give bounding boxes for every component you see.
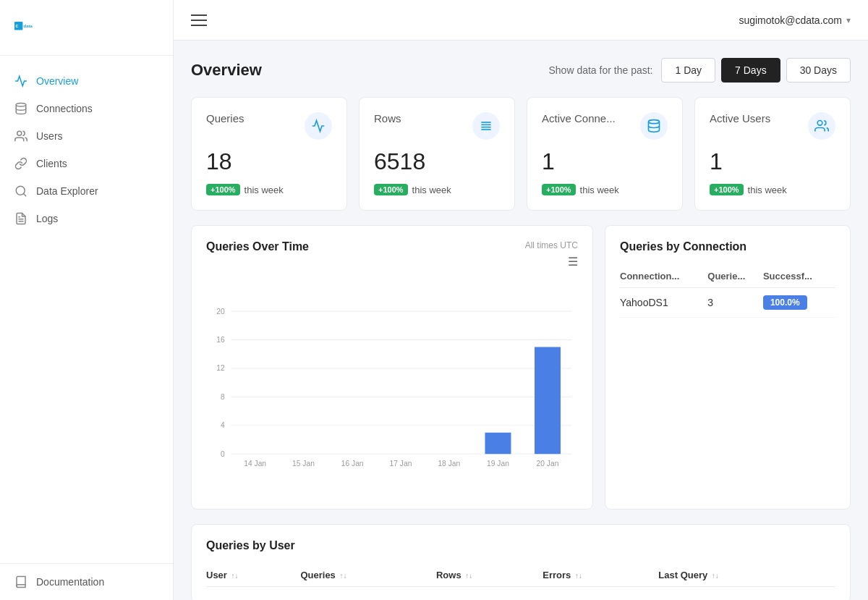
sidebar-item-users[interactable]: Users <box>0 122 173 150</box>
date-btn-30days[interactable]: 30 Days <box>786 58 851 83</box>
sidebar-item-logs[interactable]: Logs <box>0 205 173 232</box>
stat-card-rows: Rows 6518 +100% this week <box>359 97 515 211</box>
sidebar-item-connections[interactable]: Connections <box>0 95 173 122</box>
sort-icon-queries: ↑↓ <box>339 572 346 580</box>
svg-text:c: c <box>16 23 19 28</box>
user-col-lastquery: Last Query ↑↓ <box>658 564 835 587</box>
date-btn-7days[interactable]: 7 Days <box>721 58 780 83</box>
hamburger-line-2 <box>191 20 207 21</box>
stat-rows-label: this week <box>412 185 451 195</box>
overview-header: Overview Show data for the past: 1 Day 7… <box>191 58 851 83</box>
stat-queries-icon <box>305 112 332 140</box>
sidebar: c data Overview Connections <box>0 0 174 600</box>
bottom-section: Queries Over Time All times UTC ☰ <box>191 225 851 510</box>
svg-text:4: 4 <box>221 421 225 429</box>
stat-rows-icon <box>472 112 500 140</box>
user-section-title: Queries by User <box>206 539 835 552</box>
svg-text:data: data <box>24 24 33 28</box>
chart-menu-icon[interactable]: ☰ <box>568 255 578 269</box>
sidebar-item-data-explorer-label: Data Explorer <box>36 185 98 197</box>
svg-point-13 <box>649 120 660 124</box>
hamburger-line-1 <box>191 14 207 16</box>
documentation-link[interactable]: Documentation <box>14 575 158 588</box>
user-table: User ↑↓ Queries ↑↓ Rows ↑↓ Errors <box>206 564 835 587</box>
hamburger-menu[interactable] <box>191 14 207 26</box>
svg-line-6 <box>23 193 25 195</box>
svg-text:0: 0 <box>221 450 225 458</box>
database-icon <box>14 102 27 115</box>
sidebar-item-users-label: Users <box>36 130 63 142</box>
stat-conn-change: +100% this week <box>542 184 668 195</box>
chart-header: Queries Over Time All times UTC ☰ <box>206 240 578 269</box>
sidebar-item-data-explorer[interactable]: Data Explorer <box>0 177 173 205</box>
main-content: sugimotok@cdata.com ▾ Overview Show data… <box>174 0 868 600</box>
svg-point-14 <box>817 121 822 126</box>
user-menu-chevron: ▾ <box>846 15 851 25</box>
svg-text:20: 20 <box>216 308 225 316</box>
svg-text:8: 8 <box>221 393 225 401</box>
page-content: Overview Show data for the past: 1 Day 7… <box>174 41 868 600</box>
date-filter-label: Show data for the past: <box>549 64 653 76</box>
stat-conn-title: Active Conne... <box>542 112 616 124</box>
chart-svg: 0 4 8 12 16 20 <box>206 277 578 494</box>
connection-row: YahooDS1 3 100.0% <box>620 288 835 318</box>
sidebar-item-clients[interactable]: Clients <box>0 150 173 177</box>
stat-users-title: Active Users <box>710 112 770 124</box>
search-icon <box>14 185 27 198</box>
sidebar-nav: Overview Connections <box>0 56 173 563</box>
sort-icon-user: ↑↓ <box>231 572 239 580</box>
stat-card-users: Active Users 1 +100% this week <box>694 97 851 211</box>
user-col-rows: Rows ↑↓ <box>436 564 542 587</box>
file-icon <box>14 212 27 225</box>
stat-card-queries: Queries 18 +100% this week <box>191 97 347 211</box>
stat-cards: Queries 18 +100% this week Rows <box>191 97 851 211</box>
svg-text:12: 12 <box>216 364 225 372</box>
stat-conn-badge: +100% <box>542 184 576 195</box>
col-success: Successf... <box>763 265 835 288</box>
bar-19jan <box>485 433 511 455</box>
sidebar-item-overview[interactable]: Overview <box>0 67 173 95</box>
stat-rows-change: +100% this week <box>374 184 500 195</box>
stat-queries-label: this week <box>244 185 284 195</box>
stat-users-icon <box>808 112 835 140</box>
stat-conn-label: this week <box>580 185 619 195</box>
sidebar-footer[interactable]: Documentation <box>0 563 173 600</box>
user-email: sugimotok@cdata.com <box>739 14 842 26</box>
sort-icon-lastquery: ↑↓ <box>712 572 719 580</box>
stat-users-change: +100% this week <box>710 184 835 195</box>
col-queries: Querie... <box>707 265 763 288</box>
user-col-user: User ↑↓ <box>206 564 300 587</box>
logo-area: c data <box>0 0 173 56</box>
sidebar-item-logs-label: Logs <box>36 213 58 224</box>
bar-20jan <box>535 347 561 454</box>
stat-rows-badge: +100% <box>374 184 408 195</box>
svg-text:14 Jan: 14 Jan <box>244 460 266 468</box>
users-icon <box>14 130 27 143</box>
date-btn-1day[interactable]: 1 Day <box>661 58 715 83</box>
stat-users-value: 1 <box>710 148 835 175</box>
svg-text:16: 16 <box>216 336 225 344</box>
chart-card: Queries Over Time All times UTC ☰ <box>191 225 593 510</box>
stat-queries-title: Queries <box>206 112 244 124</box>
user-col-errors: Errors ↑↓ <box>542 564 658 587</box>
col-connection: Connection... <box>620 265 707 288</box>
svg-point-4 <box>17 131 22 135</box>
chart-subtitle: All times UTC <box>525 240 578 250</box>
user-col-queries: Queries ↑↓ <box>300 564 436 587</box>
link-icon <box>14 157 27 170</box>
sidebar-item-connections-label: Connections <box>36 103 93 114</box>
svg-text:18 Jan: 18 Jan <box>438 460 460 468</box>
sort-icon-errors: ↑↓ <box>575 572 582 580</box>
stat-users-badge: +100% <box>710 184 744 195</box>
user-menu[interactable]: sugimotok@cdata.com ▾ <box>739 14 851 26</box>
stat-users-label: this week <box>748 185 787 195</box>
stat-conn-icon <box>640 112 668 140</box>
chart-title: Queries Over Time <box>206 240 309 253</box>
svg-text:15 Jan: 15 Jan <box>292 460 315 468</box>
page-title: Overview <box>191 61 262 80</box>
chart-area: 0 4 8 12 16 20 <box>206 277 578 494</box>
sort-icon-rows: ↑↓ <box>465 572 472 580</box>
queries-by-user: Queries by User User ↑↓ Queries ↑↓ Row <box>191 524 851 600</box>
activity-icon <box>14 75 27 88</box>
connection-table: Connection... Querie... Successf... Yaho… <box>620 265 835 318</box>
